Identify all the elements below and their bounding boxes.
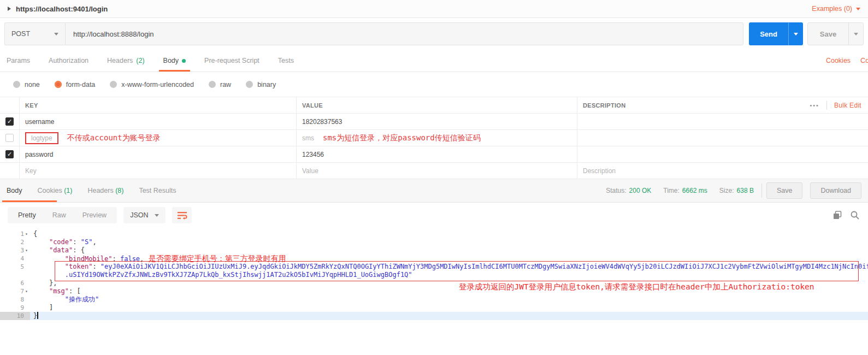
key-cell[interactable]: logtype不传或account为账号登录 <box>20 130 297 146</box>
examples-label: Examples (0) <box>812 5 852 13</box>
request-tab-body[interactable]: Body <box>163 50 186 72</box>
token-plain <box>33 304 49 311</box>
line-number: 3 <box>20 246 24 255</box>
body-mode-x-www-form-urlencoded[interactable]: x-www-form-urlencoded <box>110 81 194 88</box>
tab-label: Headers <box>87 187 113 194</box>
token-plain <box>33 263 65 270</box>
code-line[interactable]: 9 ] <box>0 304 868 312</box>
request-links: Cookies Code <box>826 50 868 72</box>
request-tab-pre-request-script[interactable]: Pre-request Script <box>204 50 259 72</box>
token-brace: [ <box>76 287 80 295</box>
gutter: 3▾ <box>0 246 30 255</box>
value-cell[interactable]: 123456 <box>297 146 577 162</box>
token-plain: : <box>73 238 80 246</box>
code-link[interactable]: Code <box>860 57 868 64</box>
key-text: Key <box>25 167 37 175</box>
line-number: 1 <box>20 230 24 238</box>
value-cell[interactable]: Value <box>297 163 577 179</box>
response-save-button[interactable]: Save <box>766 182 803 199</box>
radio-icon <box>55 81 62 88</box>
code-line[interactable]: 5 "token": "eyJ0eXAiOiJKV1QiLCJhbGciOiJI… <box>0 263 868 271</box>
request-tab-params[interactable]: Params <box>7 50 30 72</box>
view-tab-raw[interactable]: Raw <box>44 211 74 219</box>
examples-dropdown[interactable]: Examples (0) <box>812 5 860 13</box>
value-column-header: VALUE <box>297 97 577 113</box>
response-tab-body[interactable]: Body <box>7 187 22 194</box>
code-lines: 1▾{2 "code": "S",3▾ "data": {4 "bindMobi… <box>0 230 868 320</box>
body-mode-form-data[interactable]: form-data <box>55 81 96 88</box>
response-tab-cookies[interactable]: Cookies (1) <box>38 187 73 194</box>
download-button[interactable]: Download <box>810 182 861 199</box>
key-cell[interactable]: password <box>20 146 297 162</box>
code-line[interactable]: 10} <box>0 312 868 320</box>
value-cell[interactable]: 18202837563 <box>297 114 577 129</box>
format-select[interactable]: JSON <box>123 207 166 223</box>
tab-label: Params <box>7 50 30 72</box>
view-mode-switch: PrettyRawPreview <box>8 207 117 223</box>
response-tab-headers[interactable]: Headers (8) <box>87 187 123 194</box>
tab-label: Body <box>7 187 22 194</box>
request-tab-headers[interactable]: Headers(2) <box>107 50 145 72</box>
code-line[interactable]: 8 "操作成功" <box>0 295 868 304</box>
token-brace: { <box>81 246 85 254</box>
body-mode-label: raw <box>220 81 231 88</box>
gutter: 1▾ <box>0 230 30 238</box>
body-mode-binary[interactable]: binary <box>246 81 276 88</box>
token-plain: : <box>69 287 76 295</box>
request-tab-authorization[interactable]: Authorization <box>49 50 88 72</box>
token-plain <box>33 295 65 303</box>
description-header-label: DESCRIPTION <box>583 102 625 109</box>
token-brace: ] <box>49 304 53 311</box>
line-number: 8 <box>20 295 24 304</box>
token-string: "S" <box>81 238 93 246</box>
code-line[interactable]: 1▾{ <box>0 230 868 238</box>
fold-caret-icon[interactable]: ▾ <box>24 230 30 238</box>
view-tab-pretty[interactable]: Pretty <box>10 211 44 219</box>
search-icon[interactable] <box>851 211 859 220</box>
copy-icon[interactable] <box>833 211 842 220</box>
code-line[interactable]: 2 "code": "S", <box>0 238 868 246</box>
code-line[interactable]: 3▾ "data": { <box>0 246 868 255</box>
wrap-text-button[interactable] <box>172 207 192 223</box>
fold-caret-icon[interactable]: ▾ <box>24 246 30 255</box>
row-checkbox[interactable] <box>5 117 14 126</box>
row-checkbox[interactable] <box>5 134 14 142</box>
description-cell[interactable] <box>577 130 868 146</box>
checkbox-cell <box>0 130 20 146</box>
metric-value: 638 B <box>737 187 754 194</box>
key-cell[interactable]: username <box>20 114 297 129</box>
bulk-edit-link[interactable]: Bulk Edit <box>834 102 861 109</box>
value-cell[interactable]: smssms为短信登录，对应password传短信验证码 <box>297 130 577 146</box>
token-key: "code" <box>49 238 73 246</box>
method-select[interactable]: POST <box>4 22 65 45</box>
more-options-icon[interactable]: ••• <box>810 102 819 109</box>
response-tab-test-results[interactable]: Test Results <box>139 187 176 194</box>
response-metrics: Status:200 OKTime:6662 msSize:638 B <box>606 187 754 194</box>
view-tab-preview[interactable]: Preview <box>74 211 115 219</box>
save-button[interactable]: Save <box>807 22 864 45</box>
description-cell[interactable] <box>577 114 868 129</box>
send-options-button[interactable] <box>789 33 803 36</box>
description-cell[interactable] <box>577 146 868 162</box>
key-cell[interactable]: Key <box>20 163 297 179</box>
fold-caret-icon[interactable]: ▾ <box>24 287 30 295</box>
radio-icon <box>13 81 20 88</box>
token-key: "token" <box>65 263 93 270</box>
save-options-button[interactable] <box>849 33 863 36</box>
send-button[interactable]: Send <box>749 22 803 45</box>
request-tab-tests[interactable]: Tests <box>278 50 294 72</box>
table-actions: ••• Bulk Edit <box>810 101 863 110</box>
code-line[interactable]: .uSIYd19OWtkPZvZfxJNWLzBv9TkXJ7ZAp7LkQb_… <box>0 271 868 279</box>
body-mode-none[interactable]: none <box>13 81 40 88</box>
code-line[interactable]: 4 "bindMobile": false, 是否需要绑定手机号：第三方登录时有… <box>0 255 868 263</box>
description-cell[interactable]: Description <box>577 163 868 179</box>
url-input[interactable]: http://localhost:8888/login <box>65 22 743 45</box>
collapse-request-icon[interactable] <box>8 7 11 11</box>
cookies-link[interactable]: Cookies <box>826 57 851 64</box>
wrap-text-icon <box>177 211 187 220</box>
value-text: 123456 <box>302 151 324 158</box>
chevron-down-icon <box>794 33 798 36</box>
body-mode-raw[interactable]: raw <box>209 81 231 88</box>
row-checkbox[interactable] <box>5 150 14 158</box>
radio-icon <box>110 81 117 88</box>
